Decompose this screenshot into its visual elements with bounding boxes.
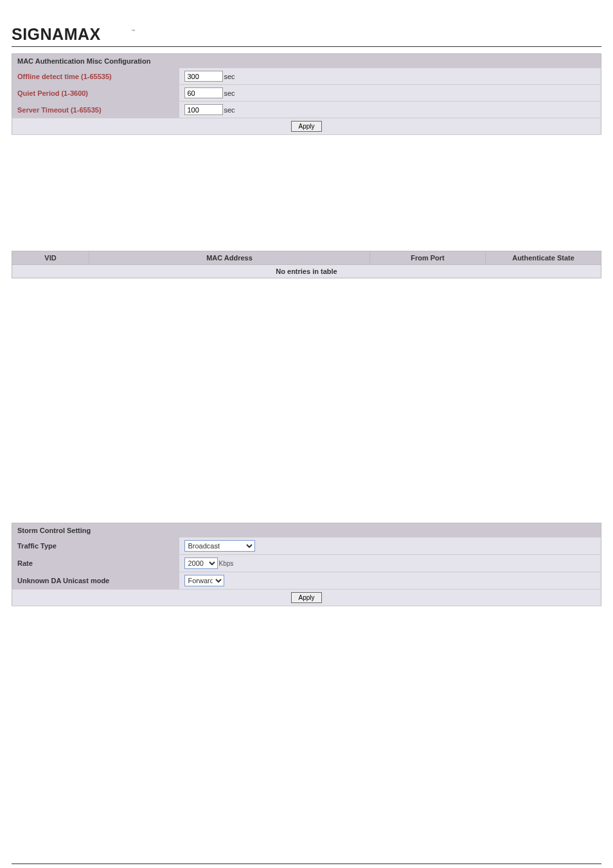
col-mac-address: MAC Address	[89, 251, 370, 265]
storm-apply-button[interactable]: Apply	[291, 592, 321, 603]
col-auth-state: Authenticate State	[486, 251, 601, 265]
svg-text:SIGNAMAX: SIGNAMAX	[12, 26, 101, 42]
offline-detect-input[interactable]	[184, 71, 223, 82]
offline-detect-label: Offline detect time (1-65535)	[12, 68, 179, 85]
server-timeout-input[interactable]	[184, 104, 223, 115]
page-footer-divider	[12, 863, 601, 868]
offline-detect-unit: sec	[224, 73, 235, 80]
quiet-period-unit: sec	[224, 89, 235, 97]
unknown-da-select[interactable]: Forward	[184, 575, 224, 586]
mac-config-apply-button[interactable]: Apply	[291, 121, 321, 132]
no-entries-row: No entries in table	[12, 265, 601, 278]
brand-logo: SIGNAMAX ™	[12, 0, 601, 47]
col-from-port: From Port	[370, 251, 486, 265]
server-timeout-label: Server Timeout (1-65535)	[12, 102, 179, 118]
mac-auth-status-table: VID MAC Address From Port Authenticate S…	[12, 251, 601, 278]
mac-config-header: MAC Authentication Misc Configuration	[12, 54, 601, 68]
col-vid: VID	[12, 251, 89, 265]
server-timeout-unit: sec	[224, 106, 235, 114]
traffic-type-select[interactable]: Broadcast	[184, 540, 255, 552]
rate-unit: Kbps	[219, 560, 234, 567]
rate-label: Rate	[12, 555, 179, 572]
storm-header: Storm Control Setting	[12, 523, 601, 538]
rate-select[interactable]: 2000	[184, 557, 218, 569]
traffic-type-label: Traffic Type	[12, 538, 179, 555]
storm-control-table: Storm Control Setting Traffic Type Broad…	[12, 523, 601, 606]
quiet-period-label: Quiet Period (1-3600)	[12, 85, 179, 102]
quiet-period-input[interactable]	[184, 87, 223, 98]
unknown-da-label: Unknown DA Unicast mode	[12, 572, 179, 590]
mac-auth-config-table: MAC Authentication Misc Configuration Of…	[12, 53, 601, 135]
svg-text:™: ™	[131, 29, 135, 33]
